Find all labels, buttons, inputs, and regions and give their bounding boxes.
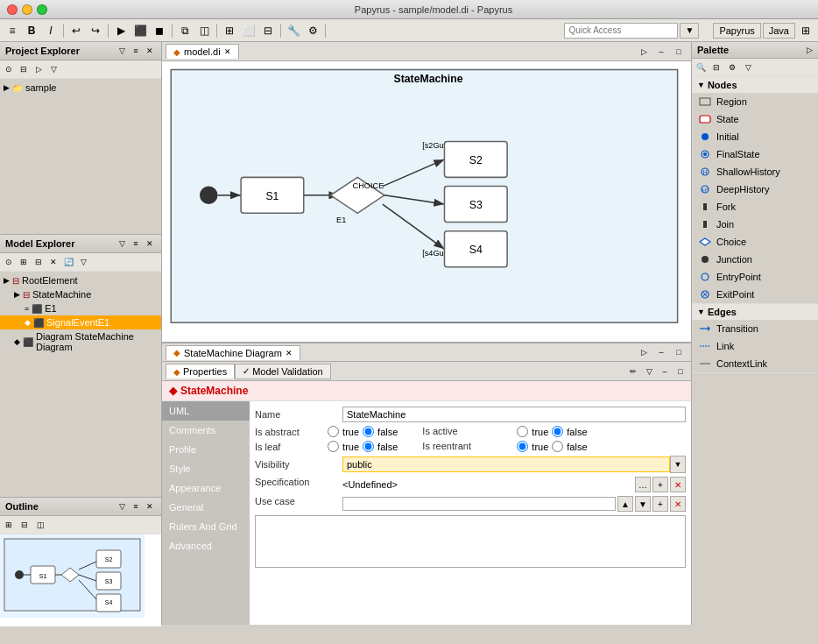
me-item-diagram[interactable]: ◆ ⬛ Diagram StateMachine Diagram	[0, 329, 161, 354]
name-input[interactable]	[342, 407, 686, 422]
toolbar-btn-5[interactable]: ↪	[87, 22, 104, 39]
props-min-btn[interactable]: –	[658, 364, 672, 379]
sm-tab-max[interactable]: □	[670, 343, 688, 361]
props-edit-btn[interactable]: ✏	[626, 364, 640, 379]
sidebar-item-rulers[interactable]: Rulers And Grid	[162, 517, 250, 536]
sidebar-item-general[interactable]: General	[162, 498, 250, 517]
palette-item-link[interactable]: Link	[692, 337, 818, 355]
uc-btn-2[interactable]: ▼	[635, 496, 651, 512]
diagram-canvas[interactable]: StateMachine S1	[162, 61, 691, 342]
sidebar-item-uml[interactable]: UML	[162, 401, 250, 421]
me-item-statemachine[interactable]: ▶ ⊟ StateMachine	[0, 287, 161, 301]
pe-menu-icon[interactable]: ≡	[130, 45, 142, 57]
uc-btn-1[interactable]: ▲	[617, 496, 633, 512]
is-reentrant-true-radio[interactable]	[517, 441, 528, 452]
palette-item-contextlink[interactable]: ContextLink	[692, 355, 818, 372]
spec-btn-2[interactable]: +	[652, 477, 668, 492]
java-tab[interactable]: Java	[763, 23, 795, 39]
sm-tab[interactable]: ◆ StateMachine Diagram ✕	[166, 345, 300, 360]
sidebar-item-comments[interactable]: Comments	[162, 421, 250, 440]
is-abstract-false-radio[interactable]	[363, 426, 374, 437]
sidebar-item-appearance[interactable]: Appearance	[162, 478, 250, 498]
palette-item-deephistory[interactable]: H* DeepHistory	[692, 180, 818, 198]
me-menu-icon[interactable]: ≡	[130, 237, 142, 250]
outline-minimap[interactable]: S1 S2 S3 S4	[0, 534, 161, 626]
toolbar-btn-9[interactable]: ⧉	[176, 22, 194, 39]
me-btn-6[interactable]: ▽	[76, 255, 90, 269]
palette-search-btn[interactable]: 🔍	[694, 60, 708, 74]
editor-tab-max[interactable]: □	[670, 43, 688, 60]
pe-collapse-all-btn[interactable]: ⊟	[17, 62, 31, 76]
editor-tab-min[interactable]: –	[652, 43, 670, 60]
nodes-section-header[interactable]: ▼ Nodes	[692, 77, 818, 93]
palette-item-join[interactable]: Join	[692, 216, 818, 233]
palette-expand-icon[interactable]: ▷	[807, 46, 813, 54]
palette-item-fork[interactable]: Fork	[692, 198, 818, 216]
pe-sync-btn[interactable]: ⊙	[2, 62, 16, 76]
uc-btn-4[interactable]: ✕	[670, 496, 686, 512]
palette-item-initial[interactable]: Initial	[692, 128, 818, 145]
toolbar-btn-3[interactable]: I	[42, 22, 60, 39]
palette-collapse-btn[interactable]: ⊟	[709, 60, 723, 74]
editor-tab-close[interactable]: ✕	[224, 47, 231, 56]
palette-item-junction[interactable]: Junction	[692, 251, 818, 268]
open-perspective-btn[interactable]: ⊞	[797, 22, 814, 39]
properties-tab[interactable]: ◆ Properties	[166, 364, 235, 379]
props-collapse-btn[interactable]: ▽	[642, 364, 656, 379]
quick-access-input[interactable]	[564, 23, 678, 39]
palette-item-region[interactable]: Region	[692, 93, 818, 110]
minimize-button[interactable]	[22, 4, 32, 15]
uc-btn-3[interactable]: +	[652, 496, 668, 512]
visibility-input[interactable]	[342, 456, 670, 472]
pe-close-icon[interactable]: ✕	[144, 45, 156, 57]
is-active-false-radio[interactable]	[552, 426, 563, 437]
toolbar-btn-13[interactable]: ⊟	[259, 22, 277, 39]
is-active-true-radio[interactable]	[517, 426, 528, 437]
me-btn-3[interactable]: ⊟	[32, 255, 46, 269]
toolbar-btn-12[interactable]: ⬜	[240, 22, 257, 39]
spec-btn-3[interactable]: ✕	[670, 477, 686, 492]
toolbar-btn-1[interactable]: ≡	[4, 22, 21, 39]
toolbar-btn-7[interactable]: ⬛	[131, 22, 149, 39]
me-btn-5[interactable]: 🔄	[61, 255, 75, 269]
me-item-signal[interactable]: ◆ ⬛ SignalEventE1	[0, 315, 161, 329]
is-leaf-false-radio[interactable]	[363, 441, 374, 452]
is-reentrant-false-radio[interactable]	[552, 441, 563, 452]
visibility-dropdown-btn[interactable]: ▼	[670, 456, 686, 473]
maximize-button[interactable]	[37, 4, 47, 15]
toolbar-btn-10[interactable]: ◫	[195, 22, 213, 39]
palette-item-transition[interactable]: Transition	[692, 320, 818, 337]
toolbar-btn-14[interactable]: 🔧	[285, 22, 302, 39]
palette-item-exitpoint[interactable]: ExitPoint	[692, 286, 818, 303]
use-case-textarea[interactable]	[255, 515, 686, 568]
outline-collapse-icon[interactable]: ▽	[116, 500, 128, 513]
outline-btn-3[interactable]: ◫	[33, 518, 47, 532]
is-abstract-true-radio[interactable]	[328, 426, 339, 437]
pe-menu-btn[interactable]: ▽	[46, 62, 60, 76]
sidebar-item-style[interactable]: Style	[162, 459, 250, 478]
me-btn-1[interactable]: ⊙	[2, 255, 16, 269]
palette-item-state[interactable]: State	[692, 110, 818, 128]
outline-btn-2[interactable]: ⊟	[18, 518, 32, 532]
model-validation-tab[interactable]: ✓ Model Validation	[235, 364, 331, 379]
toolbar-btn-11[interactable]: ⊞	[221, 22, 238, 39]
outline-btn-1[interactable]: ⊞	[2, 518, 16, 532]
me-close-icon[interactable]: ✕	[144, 237, 156, 250]
toolbar-btn-4[interactable]: ↩	[67, 22, 85, 39]
pe-collapse-icon[interactable]: ▽	[116, 45, 128, 57]
props-max-btn[interactable]: □	[673, 364, 688, 379]
palette-item-finalstate[interactable]: FinalState	[692, 145, 818, 163]
editor-tab-menu[interactable]: ▷	[635, 43, 652, 60]
palette-item-shallowhistory[interactable]: H ShallowHistory	[692, 163, 818, 180]
editor-tab-model[interactable]: ◆ model.di ✕	[166, 44, 239, 59]
palette-settings-btn[interactable]: ⚙	[725, 60, 739, 74]
pe-filter-btn[interactable]: ▷	[32, 62, 46, 76]
sm-tab-menu[interactable]: ▷	[635, 343, 652, 361]
me-btn-2[interactable]: ⊞	[17, 255, 31, 269]
pe-item-sample[interactable]: ▶ 📁 sample	[0, 81, 161, 95]
palette-item-entrypoint[interactable]: EntryPoint	[692, 268, 818, 286]
sidebar-item-advanced[interactable]: Advanced	[162, 536, 250, 556]
close-button[interactable]	[7, 4, 18, 15]
sm-tab-min[interactable]: –	[652, 343, 670, 361]
spec-btn-1[interactable]: …	[635, 477, 651, 492]
